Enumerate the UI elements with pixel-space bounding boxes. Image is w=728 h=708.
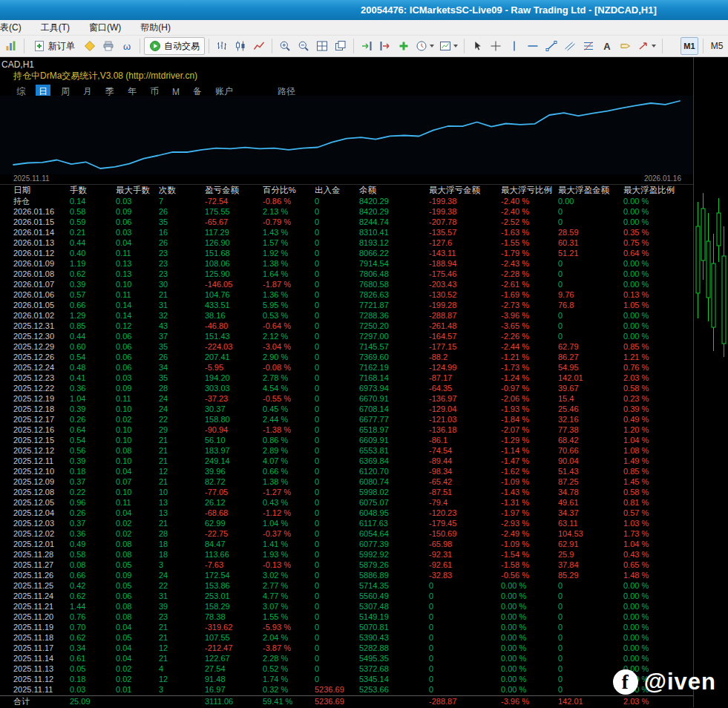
table-cell: 0.00 % bbox=[623, 196, 675, 206]
table-cell: 0.00 % bbox=[623, 580, 675, 591]
indicators-button[interactable] bbox=[395, 37, 413, 55]
cursor-button[interactable] bbox=[468, 37, 486, 55]
table-cell: 0.75 % bbox=[623, 237, 675, 248]
table-cell: 6677.77 bbox=[359, 414, 429, 425]
table-cell: -1.21 % bbox=[501, 352, 558, 362]
toolbar-separator bbox=[353, 39, 354, 53]
vertical-line-button[interactable] bbox=[505, 37, 523, 55]
autotrading-button[interactable]: 自动交易 bbox=[144, 37, 205, 55]
candlesticks bbox=[694, 57, 728, 707]
table-cell: 54.95 bbox=[558, 362, 623, 373]
auto-scroll-button[interactable] bbox=[358, 37, 376, 55]
toolbar-separator bbox=[24, 39, 24, 53]
table-cell: 0.00 % bbox=[623, 321, 675, 331]
trendline-button[interactable] bbox=[542, 37, 560, 55]
table-row: 2025.11.200.760.082378.381.55 %05149.190… bbox=[0, 612, 693, 622]
table-cell: 0.00 % bbox=[501, 591, 558, 601]
timeframe-m5-button[interactable]: M5 bbox=[708, 37, 726, 55]
text-tool-button[interactable]: A bbox=[598, 37, 616, 55]
table-cell: 29 bbox=[159, 425, 205, 435]
table-cell: 0.13 bbox=[116, 258, 159, 269]
cell-date: 2025.11.18 bbox=[13, 632, 70, 643]
horizontal-line-icon bbox=[527, 40, 539, 52]
cell-date: 2026.01.12 bbox=[13, 248, 70, 258]
print-button[interactable] bbox=[99, 37, 117, 55]
line-chart-mode-button[interactable] bbox=[250, 37, 268, 55]
menu-item-window[interactable]: 窗口(W) bbox=[86, 20, 124, 36]
candle-chart-mode-button[interactable] bbox=[232, 37, 249, 55]
table-cell: 5345.14 bbox=[359, 674, 429, 684]
table-cell: 0 bbox=[558, 206, 623, 217]
periods-button[interactable] bbox=[413, 37, 436, 55]
crosshair-button[interactable] bbox=[487, 37, 505, 55]
label-tool-button[interactable] bbox=[617, 37, 634, 55]
table-row: 2026.01.120.400.1123151.681.92 %08066.22… bbox=[0, 248, 693, 258]
mql-community-button[interactable]: ω bbox=[118, 37, 136, 55]
fibonacci-button[interactable] bbox=[580, 37, 597, 55]
tile-windows-button[interactable] bbox=[313, 37, 331, 55]
table-cell: 0 bbox=[315, 300, 359, 310]
table-cell: 0.61 bbox=[70, 653, 116, 663]
table-cell: -288.87 bbox=[429, 310, 501, 321]
templates-button[interactable] bbox=[437, 37, 460, 55]
table-cell bbox=[116, 696, 159, 707]
table-cell: 0 bbox=[558, 643, 623, 653]
table-cell: 35 bbox=[159, 217, 205, 227]
table-row: 2025.12.290.600.0635-224.03-3.04 %07145.… bbox=[0, 341, 693, 352]
table-row: 2025.12.040.260.0413-68.68-1.12 %06048.9… bbox=[0, 508, 693, 518]
table-cell: 0.43 % bbox=[623, 549, 675, 560]
table-cell: 0 bbox=[315, 196, 359, 206]
table-cell: 0.04 bbox=[116, 622, 159, 632]
cascade-windows-button[interactable] bbox=[332, 37, 350, 55]
column-header: 出入金 bbox=[315, 185, 359, 196]
table-cell: 0.00 % bbox=[623, 612, 675, 622]
table-cell: 0.40 bbox=[70, 248, 116, 258]
market-watch-button[interactable] bbox=[81, 37, 99, 55]
table-cell: 7 bbox=[159, 196, 205, 206]
menu-item-help[interactable]: 帮助(H) bbox=[137, 20, 174, 36]
table-cell: 0 bbox=[315, 352, 359, 362]
table-cell: 0 bbox=[429, 643, 501, 653]
table-cell: -188.94 bbox=[429, 258, 501, 269]
fibonacci-icon bbox=[583, 40, 594, 52]
titlebar[interactable]: 20054476: ICMarketsSC-Live09 - Raw Tradi… bbox=[0, 0, 728, 20]
arrow-tools-button[interactable] bbox=[635, 37, 658, 55]
table-cell: 0.06 bbox=[116, 331, 159, 341]
table-cell: 2.03 % bbox=[623, 373, 675, 383]
cell-date: 2025.12.02 bbox=[13, 528, 70, 539]
table-cell: 253.01 bbox=[205, 591, 263, 601]
table-cell: 0.04 bbox=[116, 466, 159, 476]
table-cell: 142.01 bbox=[558, 696, 623, 707]
table-cell: 1.73 % bbox=[623, 528, 675, 539]
table-cell: 62.91 bbox=[558, 539, 623, 549]
new-order-button[interactable]: 新订单 bbox=[28, 37, 80, 55]
zoom-in-button[interactable] bbox=[276, 37, 294, 55]
table-cell: 126.90 bbox=[205, 237, 263, 248]
table-cell: 0.54 bbox=[70, 435, 116, 445]
table-cell: -3.04 % bbox=[263, 341, 315, 352]
table-cell: 24 bbox=[159, 393, 205, 404]
table-cell: 13 bbox=[159, 508, 205, 518]
auto-scroll-icon bbox=[361, 40, 373, 52]
table-cell: 0.06 bbox=[116, 591, 159, 601]
table-cell: -65.98 bbox=[429, 539, 501, 549]
menu-item-chart[interactable]: 表(C) bbox=[0, 20, 24, 36]
table-cell: 22 bbox=[159, 580, 205, 591]
table-cell: 1.20 % bbox=[623, 425, 675, 435]
chart-shift-button[interactable] bbox=[376, 37, 394, 55]
table-cell: 0 bbox=[315, 435, 359, 445]
table-cell: 0 bbox=[315, 373, 359, 383]
table-cell: 0.36 bbox=[70, 528, 116, 539]
timeframe-m1-button[interactable]: M1 bbox=[681, 37, 698, 55]
table-cell: -224.03 bbox=[205, 341, 263, 352]
new-chart-button[interactable] bbox=[2, 37, 20, 55]
table-cell: 26.12 bbox=[205, 497, 263, 508]
channel-button[interactable] bbox=[561, 37, 579, 55]
bar-chart-mode-button[interactable] bbox=[213, 37, 231, 55]
table-cell: 5560.49 bbox=[359, 591, 429, 601]
table-cell: 0 bbox=[315, 476, 359, 487]
zoom-out-button[interactable] bbox=[295, 37, 312, 55]
horizontal-line-button[interactable] bbox=[524, 37, 542, 55]
menu-item-tools[interactable]: 工具(T) bbox=[38, 20, 73, 36]
table-cell: 59.41 % bbox=[263, 696, 315, 707]
